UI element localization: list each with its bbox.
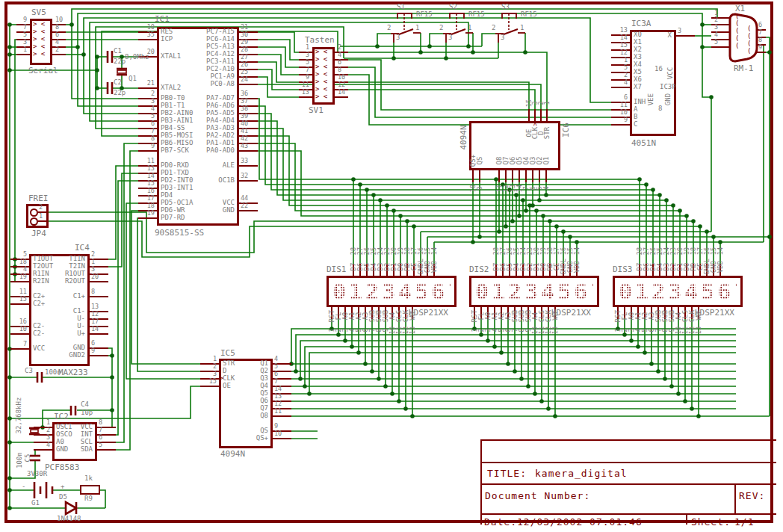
ic4-pin-number: 20 xyxy=(91,273,99,280)
pin-chevron-icon: > < xyxy=(315,78,327,85)
x1-name: X1 xyxy=(735,4,745,13)
junction-dot xyxy=(499,350,504,355)
symbol-body xyxy=(81,486,99,494)
ic1-pin-name-PC2-A10: PC2-A10 xyxy=(191,66,235,72)
dsub-outline[interactable] xyxy=(730,14,757,61)
annotation: C3 xyxy=(25,368,33,374)
dis2-name: DIS2 xyxy=(469,265,489,273)
junction-dot xyxy=(307,392,312,396)
junction-dot xyxy=(390,392,394,396)
ic2-pin-number: 3 xyxy=(32,434,50,441)
ic4-pin-number: 15 xyxy=(9,296,27,303)
wire xyxy=(399,29,413,34)
ic1-pin-name-PC4-A12: PC4-A12 xyxy=(191,51,235,58)
junction-dot xyxy=(479,332,483,337)
ic4-pin-name-GND: GND xyxy=(42,344,85,351)
ic5-pin-number: 6 xyxy=(274,371,278,377)
junction-dot xyxy=(403,406,408,411)
wire xyxy=(105,348,112,427)
wire xyxy=(258,69,303,90)
annotation: RF15 xyxy=(468,11,485,18)
ic4-pin-number: 11 xyxy=(9,288,27,295)
ic1-pin-number: 14 xyxy=(137,173,155,179)
junction-dot xyxy=(657,193,662,197)
annotation: 100n xyxy=(16,452,23,468)
ic6-pin-D xyxy=(540,109,542,121)
ic5-pin-name-Q8: Q8 xyxy=(225,412,268,419)
ic5-pin-QS+ xyxy=(273,438,291,439)
ic6-pin-QS xyxy=(479,170,480,182)
ic3a-inner-label: 16 xyxy=(654,66,663,72)
sheet-label: Sheet: xyxy=(691,516,731,528)
schematic-canvas: SV5Serial910> <78> <56> <34> <12> <Taste… xyxy=(0,0,783,532)
ic1-pin-number: 19 xyxy=(137,210,155,217)
pin-chevron-icon: > < xyxy=(315,86,327,93)
ic5-pin-number: 9 xyxy=(274,423,278,430)
ic3a-pin-number: 10 xyxy=(610,109,628,116)
x1-pin-number: 4 xyxy=(714,31,718,38)
annotation: 3 xyxy=(396,34,400,41)
junction-dot xyxy=(7,506,12,510)
ic6-value: 4094N xyxy=(459,125,468,149)
ic1-pin-name-PA0-AD0: PA0-AD0 xyxy=(191,147,235,154)
ic1-pin-number: 28 xyxy=(241,46,248,53)
junction-dot xyxy=(527,203,532,208)
junction-dot xyxy=(405,219,409,223)
sv5-pin-number: 8 xyxy=(55,24,59,31)
ic3a-pin-number: 14 xyxy=(610,34,628,41)
annotation: 2 xyxy=(387,25,391,31)
junction-dot xyxy=(690,406,694,411)
junction-dot xyxy=(392,208,396,213)
ic5-pin-number: 2 xyxy=(199,363,217,370)
ic4-pin-C1+ xyxy=(90,296,108,297)
ic2-pin-name-SCL: SCL xyxy=(49,439,93,445)
junction-dot xyxy=(358,182,362,187)
ic1-pin-PC0-A8 xyxy=(239,84,258,85)
ic1-pin-name-RES: RES xyxy=(161,28,173,35)
ic4-pin-number: 2 xyxy=(91,251,95,258)
junction-dot xyxy=(7,52,12,57)
ic4-pin-number: 8 xyxy=(91,288,95,295)
ic5-pin-number: 10 xyxy=(274,430,282,437)
ic1-pin-number: 3 xyxy=(137,98,155,105)
ic4-pin-R2IN xyxy=(10,281,29,282)
ic1-pin-name-PB2-AIN0: PB2-AIN0 xyxy=(161,110,193,117)
ic4-pin-C2- xyxy=(10,333,29,335)
junction-dot xyxy=(492,344,497,349)
jp4-body[interactable] xyxy=(26,204,49,228)
ic6-pin-Q6 xyxy=(512,170,513,182)
ic1-pin-number: 7 xyxy=(137,128,155,134)
ic5-pin-name-QS+: QS+ xyxy=(225,435,268,442)
ic5-pin-name-Q7: Q7 xyxy=(225,405,268,412)
ic3a-pin-name-X4: X4 xyxy=(634,61,642,68)
ic1-pin-number: 21 xyxy=(137,80,155,87)
ic6-pin-name-STR: STR xyxy=(544,127,551,139)
pin-chevron-icon: > < xyxy=(315,56,327,63)
ic6-pin-name-Q1: Q1 xyxy=(543,157,550,165)
junction-dot xyxy=(514,193,519,197)
ic2-pin-number: 8 xyxy=(99,419,102,426)
wire xyxy=(482,34,495,46)
junction-dot xyxy=(375,44,380,49)
pin-chevron-icon: > < xyxy=(33,28,45,35)
annotation: 22p xyxy=(114,90,126,96)
ic3a-pin-name-X: X xyxy=(628,32,672,39)
junction-dot xyxy=(683,399,687,403)
ic4-pin-number: 17 xyxy=(91,318,99,325)
wire xyxy=(504,29,518,34)
dsub-pin-icon: ( xyxy=(735,20,739,27)
junction-dot xyxy=(523,50,527,55)
ic5-pin-number: 11 xyxy=(274,408,282,415)
ic6-pin-CLK xyxy=(534,109,536,121)
wire xyxy=(258,62,303,82)
ic1-pin-number: 2 xyxy=(137,90,155,97)
ic1-pin-ALE xyxy=(239,165,258,167)
ic1-pin-number: 38 xyxy=(241,105,248,112)
ic3a-pin-X7 xyxy=(611,87,630,88)
ic1-pin-name-PD5-OC1A: PD5-OC1A xyxy=(161,200,193,206)
ic1-pin-name-OC1B: OC1B xyxy=(191,177,235,184)
junction-dot xyxy=(546,406,551,411)
annotation: 3 xyxy=(448,34,452,41)
ic3a-inner-label: 8 xyxy=(658,105,662,112)
ic5-pin-name-Q2: Q2 xyxy=(225,368,268,374)
